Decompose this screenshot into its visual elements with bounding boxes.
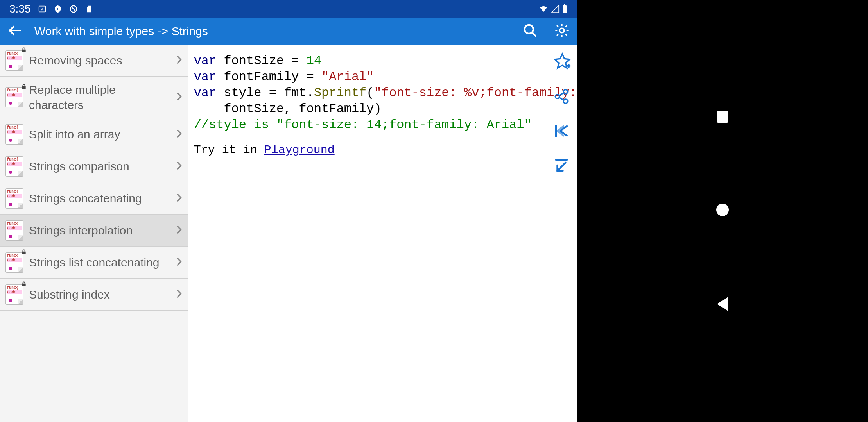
search-button[interactable]	[523, 23, 538, 39]
list-item[interactable]: Strings interpolation	[0, 215, 188, 247]
svg-rect-4	[564, 4, 565, 5]
list-item[interactable]: Removing spaces	[0, 45, 188, 77]
svg-point-9	[563, 99, 568, 104]
list-item-label: Strings concatenating	[29, 191, 168, 206]
svg-text:A: A	[41, 7, 43, 11]
collapse-left-button[interactable]	[553, 123, 571, 141]
app-bar: Work with simple types -> Strings	[0, 18, 577, 45]
playground-link[interactable]: Playground	[264, 143, 335, 157]
keyboard-icon: A	[38, 5, 47, 13]
list-item-label: Replace multiple characters	[29, 82, 168, 113]
code-pane: var fontSize = 14 var fontFamily = "Aria…	[188, 45, 577, 422]
back-button[interactable]	[7, 23, 23, 40]
back-nav-button[interactable]	[717, 297, 728, 311]
list-item[interactable]: Strings list concatenating	[0, 247, 188, 279]
list-item-label: Removing spaces	[29, 53, 168, 68]
chevron-right-icon	[174, 224, 185, 237]
svg-point-8	[555, 95, 560, 99]
chevron-right-icon	[174, 192, 185, 205]
try-it-prefix: Try it in	[194, 143, 264, 157]
chevron-right-icon	[174, 91, 185, 104]
wifi-icon	[538, 5, 549, 13]
lock-icon	[21, 249, 27, 256]
list-item-label: Split into an array	[29, 127, 168, 142]
list-item[interactable]: Replace multiple characters	[0, 77, 188, 118]
svg-rect-3	[563, 5, 567, 13]
chevron-right-icon	[174, 288, 185, 301]
lock-icon	[21, 84, 27, 91]
svg-point-7	[563, 90, 568, 94]
chevron-right-icon	[174, 54, 185, 67]
settings-button[interactable]	[554, 23, 570, 40]
list-item-label: Strings list concatenating	[29, 255, 168, 270]
list-item-label: Substring index	[29, 287, 168, 302]
signal-icon	[551, 5, 560, 13]
lock-icon	[21, 281, 27, 288]
chevron-right-icon	[174, 256, 185, 269]
sd-card-icon	[85, 5, 93, 13]
code-file-icon	[5, 156, 23, 177]
chevron-right-icon	[174, 128, 185, 141]
list-item[interactable]: Split into an array	[0, 118, 188, 150]
play-protect-icon	[54, 5, 62, 13]
bottom-left-arrow-button[interactable]	[553, 157, 571, 175]
topic-list: Removing spacesReplace multiple characte…	[0, 45, 188, 422]
page-title: Work with simple types -> Strings	[34, 25, 506, 38]
list-item[interactable]: Strings comparison	[0, 150, 188, 182]
code-file-icon	[5, 188, 23, 209]
android-nav-bar	[577, 0, 868, 422]
svg-point-6	[560, 28, 564, 33]
home-button[interactable]	[716, 204, 729, 216]
dnd-icon	[69, 5, 78, 13]
recents-button[interactable]	[717, 111, 728, 123]
floating-actions	[553, 52, 571, 175]
chevron-right-icon	[174, 160, 185, 173]
list-item-label: Strings interpolation	[29, 223, 168, 238]
share-button[interactable]	[553, 88, 571, 106]
lock-icon	[21, 47, 27, 54]
code-snippet: var fontSize = 14 var fontFamily = "Aria…	[194, 53, 577, 133]
list-item-label: Strings comparison	[29, 159, 168, 174]
status-time: 3:35	[9, 3, 31, 15]
code-file-icon	[5, 220, 23, 241]
favorite-button[interactable]	[553, 52, 571, 72]
try-it-line: Try it in Playground	[194, 143, 577, 157]
status-bar: 3:35 A	[0, 0, 577, 18]
list-item[interactable]: Strings concatenating	[0, 182, 188, 215]
battery-icon	[562, 4, 567, 14]
code-file-icon	[5, 124, 23, 145]
list-item[interactable]: Substring index	[0, 279, 188, 311]
